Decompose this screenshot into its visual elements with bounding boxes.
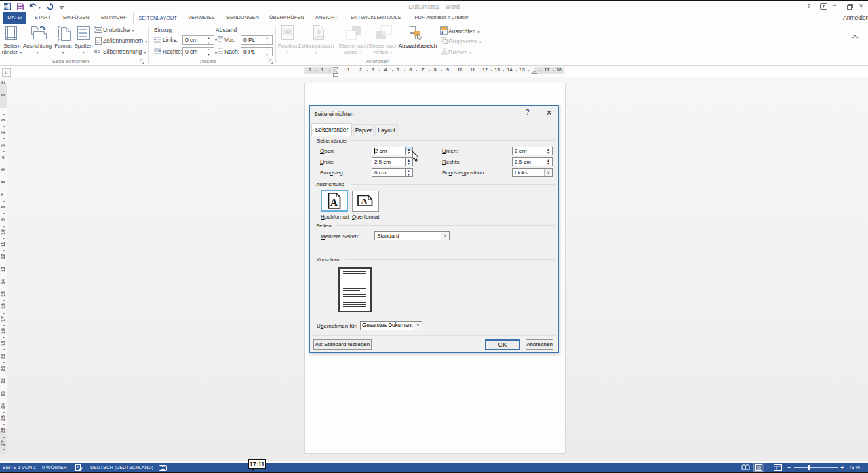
svg-text:A: A — [330, 197, 338, 208]
svg-text:W: W — [4, 4, 9, 10]
svg-text:A: A — [361, 196, 368, 206]
